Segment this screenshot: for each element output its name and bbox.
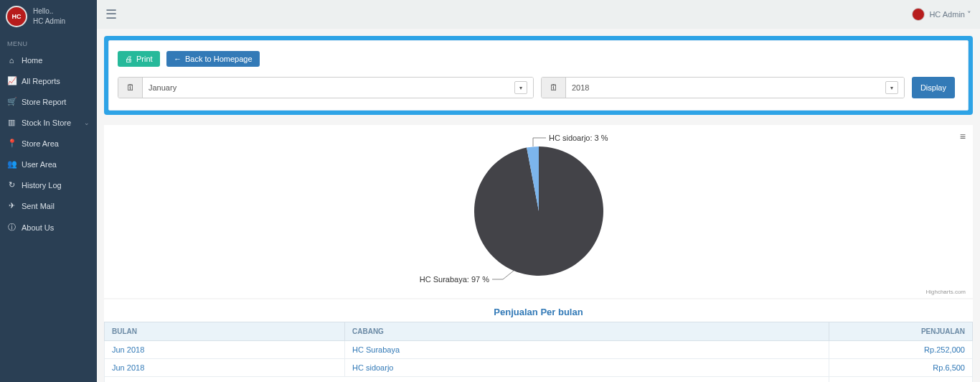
print-icon: 🖨 [125, 55, 133, 63]
pie-label-large: HC Surabaya: 97 % [419, 275, 489, 284]
chart-credit: Highcharts.com [925, 289, 966, 295]
sidebar-item-label: Stock In Store [22, 118, 71, 127]
avatar: HC [6, 6, 27, 27]
sidebar-item-label: User Area [22, 160, 57, 169]
table-panel: Penjualan Per bulan BULAN CABANG PENJUAL… [104, 299, 973, 382]
th-bulan: BULAN [105, 322, 345, 341]
filter-panel: 🖨Print ←Back to Homepage 🗓 January ▾ 🗓 2… [104, 36, 973, 115]
cell-penjualan: Rp.6,500 [829, 359, 973, 377]
sidebar-item-store-report[interactable]: 🛒Store Report [0, 91, 97, 112]
sidebar-item-stock-in-store[interactable]: ▥Stock In Store⌄ [0, 112, 97, 133]
history-icon: ↻ [7, 180, 16, 190]
table-row: Jun 2018 HC Surabaya Rp.252,000 [105, 341, 973, 359]
print-button[interactable]: 🖨Print [118, 51, 160, 67]
calendar-icon: 🗓 [118, 78, 143, 98]
sidebar-item-label: Home [22, 56, 42, 65]
total-value: Rp.258500 [829, 377, 973, 383]
total-label: TOTAL [105, 377, 829, 383]
sidebar-item-label: Store Area [22, 139, 59, 148]
greeting: Hello.. [33, 6, 65, 17]
sidebar-item-home[interactable]: ⌂Home [0, 50, 97, 70]
table-total-row: TOTAL Rp.258500 [105, 377, 973, 383]
table-title: Penjualan Per bulan [104, 304, 973, 322]
month-select[interactable]: January ▾ [143, 78, 533, 98]
top-bar: ☰ HC Admin ˅ [97, 0, 980, 29]
plane-icon: ✈ [7, 201, 16, 210]
print-label: Print [136, 55, 153, 63]
back-label: Back to Homepage [185, 55, 253, 63]
sidebar-item-history-log[interactable]: ↻History Log [0, 174, 97, 195]
pie-label-small: HC sidoarjo: 3 % [549, 134, 608, 142]
year-select-group: 🗓 2018 ▾ [541, 77, 905, 98]
leader-line-large [492, 271, 514, 279]
hamburger-icon[interactable]: ☰ [105, 6, 117, 22]
cart-icon: 🛒 [7, 97, 16, 106]
sidebar-item-all-reports[interactable]: 📈All Reports [0, 70, 97, 91]
users-icon: 👥 [7, 159, 16, 169]
user-dropdown[interactable]: HC Admin ˅ [912, 8, 971, 21]
info-icon: ⓘ [7, 222, 16, 233]
cell-bulan: Jun 2018 [105, 359, 345, 377]
pin-icon: 📍 [7, 139, 16, 148]
sidebar-item-sent-mail[interactable]: ✈Sent Mail [0, 195, 97, 216]
sidebar-item-label: Store Report [22, 98, 66, 106]
avatar-small [912, 8, 925, 21]
sidebar: HC Hello.. HC Admin MENU ⌂Home 📈All Repo… [0, 0, 97, 382]
cell-bulan: Jun 2018 [105, 341, 345, 359]
display-label: Display [920, 83, 946, 92]
content: 🖨Print ←Back to Homepage 🗓 January ▾ 🗓 2… [97, 29, 980, 382]
month-select-group: 🗓 January ▾ [118, 77, 534, 98]
month-value: January [149, 83, 176, 92]
user-name: HC Admin [33, 17, 65, 27]
user-dropdown-label: HC Admin ˅ [929, 10, 971, 19]
arrow-left-icon: ← [174, 55, 182, 63]
th-penjualan: PENJUALAN [829, 322, 973, 341]
greeting-block: Hello.. HC Admin [33, 6, 65, 27]
year-value: 2018 [572, 83, 589, 92]
back-button[interactable]: ←Back to Homepage [166, 51, 260, 67]
home-icon: ⌂ [7, 56, 16, 65]
pie-chart: HC sidoarjo: 3 % HC Surabaya: 97 % [111, 132, 966, 294]
cell-cabang: HC sidoarjo [345, 359, 829, 377]
chevron-down-icon: ⌄ [84, 119, 90, 126]
sidebar-item-label: History Log [22, 181, 62, 190]
cell-cabang: HC Surabaya [345, 341, 829, 359]
chevron-down-icon: ▾ [514, 81, 527, 94]
sidebar-item-label: Sent Mail [22, 202, 55, 210]
chart-icon: 📈 [7, 76, 16, 85]
sidebar-header: HC Hello.. HC Admin [0, 0, 97, 36]
barcode-icon: ▥ [7, 118, 16, 127]
chart-panel: ≡ HC sidoarjo: 3 % HC Surabaya: 97 % Hig… [104, 125, 973, 298]
sidebar-item-label: About Us [22, 223, 54, 232]
display-button[interactable]: Display [912, 77, 955, 98]
table-row: Jun 2018 HC sidoarjo Rp.6,500 [105, 359, 973, 377]
sidebar-item-about-us[interactable]: ⓘAbout Us [0, 216, 97, 238]
cell-penjualan: Rp.252,000 [829, 341, 973, 359]
th-cabang: CABANG [345, 322, 829, 341]
sidebar-item-store-area[interactable]: 📍Store Area [0, 133, 97, 154]
chevron-down-icon: ▾ [885, 81, 898, 94]
filter-row: 🗓 January ▾ 🗓 2018 ▾ Display [118, 77, 959, 98]
calendar-icon: 🗓 [542, 78, 566, 98]
menu-label: MENU [0, 36, 97, 50]
sidebar-item-label: All Reports [22, 77, 60, 85]
sales-table: BULAN CABANG PENJUALAN Jun 2018 HC Surab… [104, 322, 973, 382]
year-select[interactable]: 2018 ▾ [566, 78, 904, 98]
leader-line-small [533, 138, 546, 146]
sidebar-item-user-area[interactable]: 👥User Area [0, 154, 97, 174]
filter-inner: 🖨Print ←Back to Homepage 🗓 January ▾ 🗓 2… [108, 40, 969, 111]
pie-svg: HC sidoarjo: 3 % HC Surabaya: 97 % [288, 132, 790, 294]
